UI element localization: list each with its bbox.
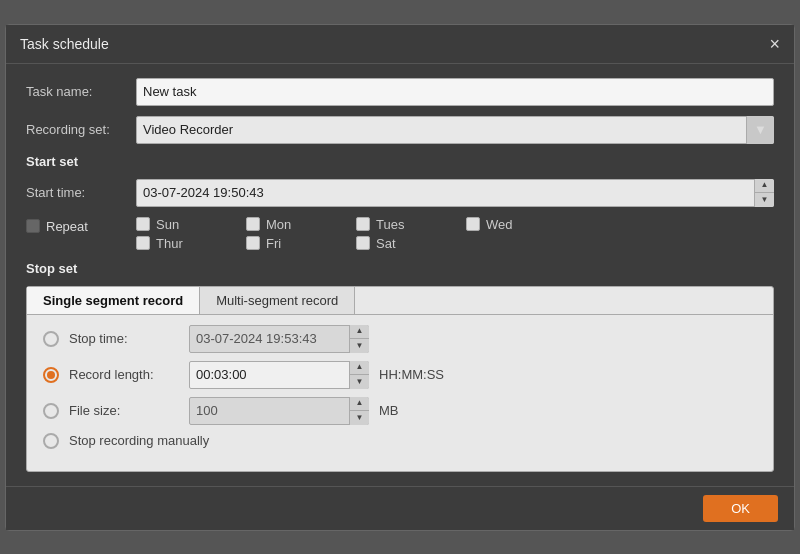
recording-set-wrapper: Video Recorder ▼	[136, 116, 774, 144]
day-fri: Fri	[246, 236, 356, 251]
sun-label: Sun	[156, 217, 179, 232]
days-grid: Sun Mon Tues Wed Thur	[136, 217, 576, 251]
dialog-title: Task schedule	[20, 36, 109, 52]
sat-label: Sat	[376, 236, 396, 251]
day-mon: Mon	[246, 217, 356, 232]
sun-checkbox[interactable]	[136, 217, 150, 231]
file-size-unit: MB	[379, 403, 399, 418]
mon-checkbox[interactable]	[246, 217, 260, 231]
recording-set-row: Recording set: Video Recorder ▼	[26, 116, 774, 144]
recording-set-label: Recording set:	[26, 122, 136, 137]
task-schedule-dialog: Task schedule × Task name: Recording set…	[5, 24, 795, 531]
stop-time-down-button[interactable]: ▼	[350, 339, 369, 353]
start-time-input[interactable]	[136, 179, 774, 207]
start-time-label: Start time:	[26, 185, 136, 200]
recording-set-select[interactable]: Video Recorder	[136, 116, 774, 144]
start-time-row: Start time: ▲ ▼	[26, 179, 774, 207]
stop-set-tab-content: Stop time: ▲ ▼ Record length:	[27, 315, 773, 471]
repeat-checkbox[interactable]	[26, 219, 40, 233]
stop-set-box: Single segment record Multi-segment reco…	[26, 286, 774, 472]
tues-label: Tues	[376, 217, 404, 232]
file-size-spinner-buttons: ▲ ▼	[349, 397, 369, 425]
file-size-label: File size:	[69, 403, 179, 418]
file-size-input[interactable]	[189, 397, 369, 425]
file-size-down-button[interactable]: ▼	[350, 411, 369, 425]
file-size-up-button[interactable]: ▲	[350, 397, 369, 412]
repeat-row: Repeat Sun Mon Tues Wed	[26, 217, 774, 251]
file-size-row: File size: ▲ ▼ MB	[43, 397, 757, 425]
radio-inner	[47, 371, 55, 379]
start-time-spinner-wrapper: ▲ ▼	[136, 179, 774, 207]
stop-time-row: Stop time: ▲ ▼	[43, 325, 757, 353]
record-length-radio[interactable]	[43, 367, 59, 383]
file-size-radio[interactable]	[43, 403, 59, 419]
record-length-spinner-wrapper: ▲ ▼	[189, 361, 369, 389]
start-time-spinner-buttons: ▲ ▼	[754, 179, 774, 207]
mon-label: Mon	[266, 217, 291, 232]
stop-time-radio[interactable]	[43, 331, 59, 347]
tues-checkbox[interactable]	[356, 217, 370, 231]
record-length-spinner-buttons: ▲ ▼	[349, 361, 369, 389]
stop-time-spinner-buttons: ▲ ▼	[349, 325, 369, 353]
start-time-down-button[interactable]: ▼	[755, 193, 774, 207]
wed-checkbox[interactable]	[466, 217, 480, 231]
day-thur: Thur	[136, 236, 246, 251]
stop-manual-label: Stop recording manually	[69, 433, 209, 448]
thur-checkbox[interactable]	[136, 236, 150, 250]
close-button[interactable]: ×	[769, 35, 780, 53]
stop-manual-row: Stop recording manually	[43, 433, 757, 449]
wed-label: Wed	[486, 217, 513, 232]
sat-checkbox[interactable]	[356, 236, 370, 250]
stop-time-label: Stop time:	[69, 331, 179, 346]
repeat-label: Repeat	[46, 219, 88, 234]
stop-manual-radio[interactable]	[43, 433, 59, 449]
record-length-input[interactable]	[189, 361, 369, 389]
task-name-row: Task name:	[26, 78, 774, 106]
stop-time-spinner-wrapper: ▲ ▼	[189, 325, 369, 353]
repeat-label-area: Repeat	[26, 217, 136, 234]
stop-time-up-button[interactable]: ▲	[350, 325, 369, 340]
stop-set-heading: Stop set	[26, 261, 774, 276]
dialog-body: Task name: Recording set: Video Recorder…	[6, 64, 794, 486]
dialog-footer: OK	[6, 486, 794, 530]
day-sun: Sun	[136, 217, 246, 232]
day-sat: Sat	[356, 236, 466, 251]
start-time-up-button[interactable]: ▲	[755, 179, 774, 194]
task-name-input[interactable]	[136, 78, 774, 106]
start-set-heading: Start set	[26, 154, 774, 169]
record-length-unit: HH:MM:SS	[379, 367, 444, 382]
tab-multi-segment[interactable]: Multi-segment record	[200, 287, 355, 314]
record-length-row: Record length: ▲ ▼ HH:MM:SS	[43, 361, 757, 389]
fri-label: Fri	[266, 236, 281, 251]
thur-label: Thur	[156, 236, 183, 251]
record-length-up-button[interactable]: ▲	[350, 361, 369, 376]
title-bar: Task schedule ×	[6, 25, 794, 64]
tab-single-segment[interactable]: Single segment record	[27, 287, 200, 314]
day-wed: Wed	[466, 217, 576, 232]
day-tues: Tues	[356, 217, 466, 232]
task-name-label: Task name:	[26, 84, 136, 99]
tabs-row: Single segment record Multi-segment reco…	[27, 287, 773, 315]
ok-button[interactable]: OK	[703, 495, 778, 522]
record-length-down-button[interactable]: ▼	[350, 375, 369, 389]
file-size-spinner-wrapper: ▲ ▼	[189, 397, 369, 425]
fri-checkbox[interactable]	[246, 236, 260, 250]
record-length-label: Record length:	[69, 367, 179, 382]
stop-time-input[interactable]	[189, 325, 369, 353]
